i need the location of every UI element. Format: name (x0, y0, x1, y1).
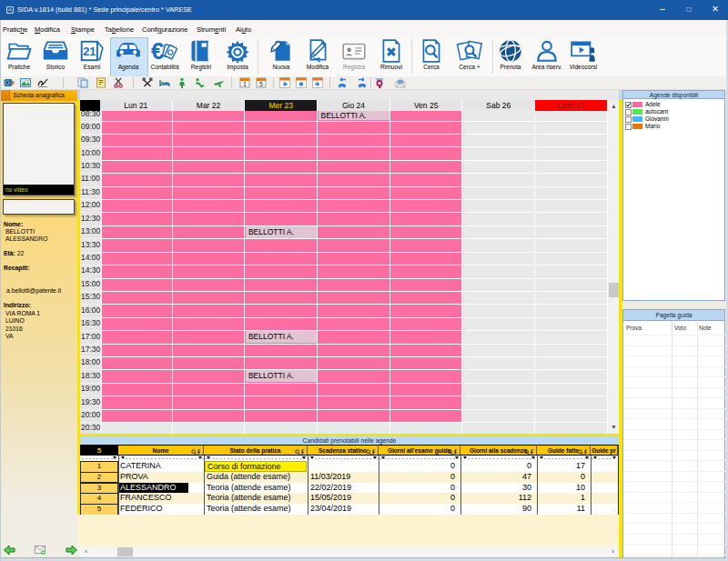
svg-text:21: 21 (83, 45, 96, 58)
svg-text:1: 1 (243, 81, 247, 87)
svg-text:€: € (151, 38, 164, 64)
svg-text:5: 5 (259, 81, 263, 87)
